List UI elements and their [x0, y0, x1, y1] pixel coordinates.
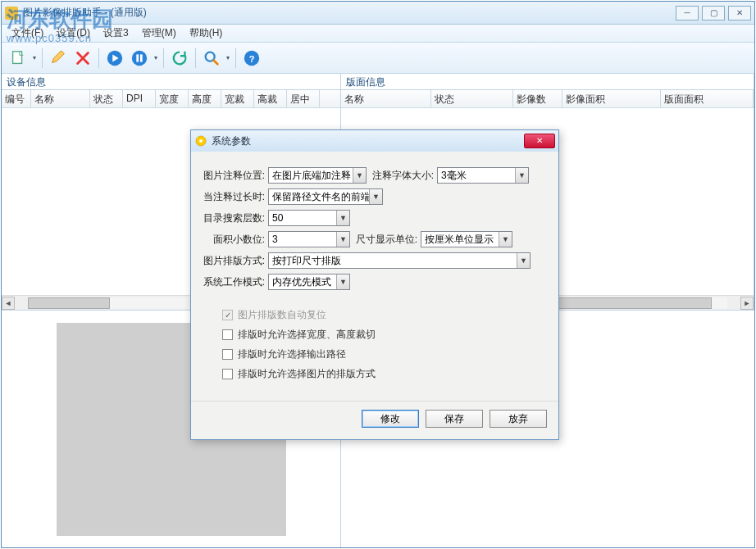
- col-height[interactable]: 高度: [189, 90, 221, 107]
- chevron-down-icon: ▼: [499, 232, 512, 247]
- select-font-size[interactable]: 3毫米 ▼: [437, 167, 529, 184]
- toolbar-separator: [163, 48, 164, 68]
- dialog-titlebar[interactable]: 系统参数 ✕: [191, 130, 558, 152]
- checkbox-allow-output[interactable]: [222, 349, 233, 360]
- search-icon: [203, 49, 221, 67]
- maximize-button[interactable]: ▢: [702, 6, 725, 20]
- checkbox-allow-layout-row[interactable]: 排版时允许选择图片的排版方式: [222, 366, 547, 381]
- svg-point-9: [199, 139, 203, 143]
- toolbar: ▾ ▾ ▾ ?: [2, 43, 754, 74]
- checkbox-allow-crop-label: 排版时允许选择宽度、高度裁切: [238, 328, 376, 342]
- pencil-icon: [49, 49, 67, 67]
- tb-edit-button[interactable]: [47, 47, 70, 70]
- label-system-mode: 系统工作模式:: [203, 275, 268, 289]
- tb-pause-dropdown[interactable]: ▾: [153, 54, 159, 61]
- help-icon: ?: [243, 49, 261, 67]
- layout-table-header: 名称 状态 影像数 影像面积 版面面积: [341, 90, 754, 108]
- tb-refresh-button[interactable]: [168, 47, 191, 70]
- select-system-mode[interactable]: 内存优先模式 ▼: [268, 274, 350, 290]
- label-pic-comment-pos: 图片注释位置:: [203, 169, 268, 183]
- system-params-dialog: 系统参数 ✕ 图片注释位置: 在图片底端加注释 ▼ 注释字体大小: 3毫米 ▼ …: [190, 129, 559, 440]
- app-icon: [5, 7, 18, 20]
- col-image-area[interactable]: 影像面积: [562, 90, 661, 107]
- svg-rect-4: [140, 54, 143, 61]
- col-layout-area[interactable]: 版面面积: [661, 90, 754, 107]
- layout-panel-header: 版面信息: [341, 74, 754, 90]
- tb-new-dropdown[interactable]: ▾: [31, 54, 38, 61]
- titlebar: 图片影像排版助手 - (通用版) ─ ▢ ✕: [2, 2, 754, 25]
- label-dir-depth: 目录搜索层数:: [203, 211, 268, 225]
- col-width[interactable]: 宽度: [156, 90, 189, 107]
- tb-new-button[interactable]: [7, 47, 30, 70]
- tb-pause-button[interactable]: [128, 47, 151, 70]
- svg-text:?: ?: [249, 53, 255, 63]
- menu-help[interactable]: 帮助(H): [183, 25, 230, 42]
- save-button[interactable]: 保存: [426, 410, 483, 428]
- select-dir-depth[interactable]: 50 ▼: [268, 210, 350, 226]
- checkbox-auto-reset: ✓: [222, 310, 233, 320]
- checkbox-allow-crop[interactable]: [222, 329, 233, 340]
- col-name[interactable]: 名称: [341, 90, 431, 107]
- dialog-close-button[interactable]: ✕: [524, 134, 555, 148]
- dialog-title: 系统参数: [212, 134, 524, 148]
- scroll-right-icon[interactable]: ►: [740, 297, 754, 310]
- svg-point-2: [132, 50, 147, 65]
- chevron-down-icon: ▼: [336, 274, 349, 289]
- col-id[interactable]: 编号: [2, 90, 31, 107]
- tb-delete-button[interactable]: [71, 47, 94, 70]
- menu-settings[interactable]: 设置(D): [50, 25, 97, 42]
- checkbox-allow-crop-row[interactable]: 排版时允许选择宽度、高度裁切: [222, 327, 547, 342]
- select-area-decimals[interactable]: 3 ▼: [268, 231, 350, 247]
- chevron-down-icon: ▼: [369, 189, 382, 204]
- label-comment-long: 当注释过长时:: [203, 190, 268, 204]
- col-wcrop[interactable]: 宽裁: [221, 90, 254, 107]
- select-layout-mode[interactable]: 按打印尺寸排版 ▼: [268, 252, 531, 269]
- menu-file[interactable]: 文件(F): [5, 25, 50, 42]
- menu-settings3[interactable]: 设置3: [97, 25, 135, 42]
- checkbox-auto-reset-row: ✓ 图片排版数自动复位: [222, 307, 547, 322]
- scroll-thumb[interactable]: [28, 297, 110, 309]
- toolbar-separator: [235, 48, 236, 68]
- col-status[interactable]: 状态: [90, 90, 123, 107]
- col-name[interactable]: 名称: [31, 90, 90, 107]
- toolbar-separator: [98, 48, 99, 68]
- label-size-unit: 尺寸显示单位:: [355, 233, 421, 247]
- tb-search-button[interactable]: [200, 47, 223, 70]
- col-center[interactable]: 居中: [287, 90, 320, 107]
- chevron-down-icon: ▼: [515, 168, 528, 183]
- toolbar-separator: [42, 48, 43, 68]
- svg-rect-3: [136, 54, 139, 61]
- chevron-down-icon: ▼: [517, 253, 530, 268]
- document-icon: [9, 49, 27, 67]
- svg-rect-0: [13, 51, 22, 63]
- menubar: 文件(F) 设置(D) 设置3 管理(M) 帮助(H): [2, 25, 754, 43]
- tb-help-button[interactable]: ?: [240, 47, 263, 70]
- checkbox-auto-reset-label: 图片排版数自动复位: [238, 308, 326, 322]
- select-comment-long[interactable]: 保留路径文件名的前端 ▼: [268, 188, 383, 205]
- col-status[interactable]: 状态: [431, 90, 513, 107]
- x-icon: [74, 49, 92, 67]
- label-layout-mode: 图片排版方式:: [203, 254, 268, 268]
- select-pic-comment-pos[interactable]: 在图片底端加注释 ▼: [268, 167, 367, 184]
- device-table-header: 编号 名称 状态 DPI 宽度 高度 宽裁 高裁 居中: [2, 90, 340, 108]
- menu-manage[interactable]: 管理(M): [135, 25, 183, 42]
- checkbox-allow-output-label: 排版时允许选择输出路径: [238, 347, 346, 361]
- label-font-size: 注释字体大小:: [371, 169, 437, 183]
- close-button[interactable]: ✕: [728, 6, 751, 20]
- col-hcrop[interactable]: 高裁: [254, 90, 287, 107]
- toolbar-separator: [195, 48, 196, 68]
- chevron-down-icon: ▼: [336, 232, 349, 247]
- refresh-icon: [171, 49, 189, 67]
- modify-button[interactable]: 修改: [362, 410, 419, 428]
- tb-search-dropdown[interactable]: ▾: [225, 54, 231, 61]
- discard-button[interactable]: 放弃: [490, 410, 547, 428]
- select-size-unit[interactable]: 按厘米单位显示 ▼: [421, 231, 512, 247]
- chevron-down-icon: ▼: [353, 168, 366, 183]
- col-dpi[interactable]: DPI: [123, 90, 156, 107]
- col-image-count[interactable]: 影像数: [513, 90, 562, 107]
- tb-play-button[interactable]: [103, 47, 126, 70]
- minimize-button[interactable]: ─: [676, 6, 699, 20]
- checkbox-allow-output-row[interactable]: 排版时允许选择输出路径: [222, 347, 547, 361]
- scroll-left-icon[interactable]: ◄: [2, 297, 15, 310]
- checkbox-allow-layout[interactable]: [222, 369, 233, 379]
